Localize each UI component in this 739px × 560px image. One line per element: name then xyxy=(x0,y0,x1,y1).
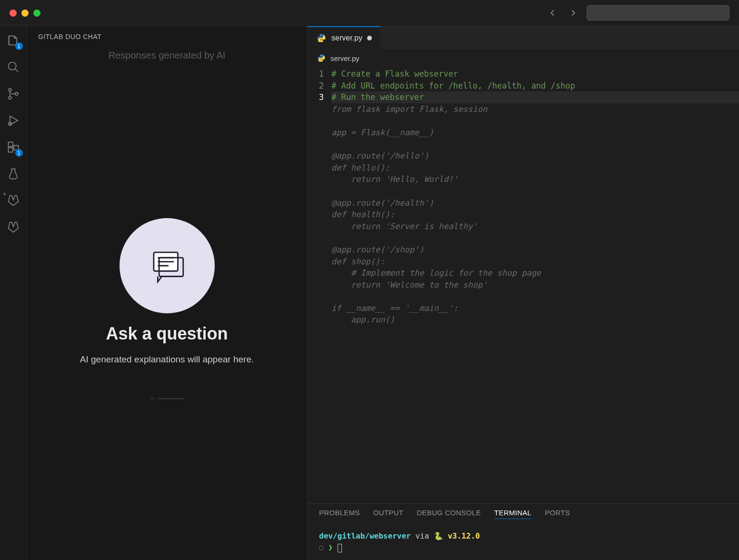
search-icon[interactable] xyxy=(5,59,22,76)
plus-icon: + xyxy=(3,190,7,198)
terminal-cursor xyxy=(338,544,342,552)
back-button[interactable] xyxy=(545,5,560,20)
python-env-icon: 🐍 xyxy=(434,531,448,540)
run-debug-icon[interactable] xyxy=(5,112,22,129)
svg-point-3 xyxy=(15,92,18,95)
panel-tab-problems[interactable]: PROBLEMS xyxy=(319,509,360,519)
svg-point-0 xyxy=(8,62,16,70)
python-file-icon xyxy=(316,33,327,43)
svg-point-12 xyxy=(320,55,321,56)
titlebar xyxy=(0,0,739,26)
explorer-icon[interactable]: 1 xyxy=(5,32,22,49)
svg-point-10 xyxy=(320,35,321,36)
gitlab-icon[interactable] xyxy=(5,219,22,236)
command-center-search[interactable] xyxy=(587,5,729,20)
breadcrumb[interactable]: server.py xyxy=(308,49,739,67)
line-gutter: 123 xyxy=(308,68,331,503)
testing-icon[interactable] xyxy=(5,165,22,182)
prompt-icon: ❯ xyxy=(328,543,333,552)
svg-point-2 xyxy=(9,96,11,99)
window-controls xyxy=(10,10,40,17)
tab-server-py[interactable]: server.py xyxy=(308,26,380,49)
chat-subtitle: Responses generated by AI xyxy=(27,43,307,61)
chat-description: AI generated explanations will appear he… xyxy=(80,354,254,365)
panel-tab-debug-console[interactable]: DEBUG CONSOLE xyxy=(417,509,481,519)
minimize-window-button[interactable] xyxy=(21,10,29,17)
explorer-badge: 1 xyxy=(15,42,23,50)
editor-tabs: server.py xyxy=(308,26,739,49)
python-file-icon xyxy=(316,53,327,63)
svg-point-11 xyxy=(322,40,323,41)
terminal-path: dev/gitlab/webserver xyxy=(319,531,411,540)
gitlab-duo-icon[interactable]: + xyxy=(5,192,22,209)
tab-label: server.py xyxy=(331,34,362,42)
gitlab-duo-chat-panel: GITLAB DUO CHAT Responses generated by A… xyxy=(27,26,308,560)
svg-rect-5 xyxy=(8,142,12,147)
svg-point-1 xyxy=(9,89,11,91)
close-window-button[interactable] xyxy=(10,10,17,17)
terminal[interactable]: dev/gitlab/webserver via 🐍 v3.12.0 ○ ❯ xyxy=(308,524,739,560)
dirty-indicator-icon xyxy=(367,36,372,40)
breadcrumb-file: server.py xyxy=(330,54,360,62)
panel-tab-terminal[interactable]: TERMINAL xyxy=(494,509,531,519)
chat-heading: Ask a question xyxy=(106,324,228,344)
bottom-panel: PROBLEMS OUTPUT DEBUG CONSOLE TERMINAL P… xyxy=(308,503,739,560)
forward-button[interactable] xyxy=(566,5,581,20)
svg-rect-6 xyxy=(8,148,12,152)
extensions-badge: 1 xyxy=(15,149,23,157)
panel-title: GITLAB DUO CHAT xyxy=(27,26,307,43)
panel-tab-ports[interactable]: PORTS xyxy=(545,509,570,519)
activity-bar: 1 1 + xyxy=(0,26,27,560)
extensions-icon[interactable]: 1 xyxy=(5,139,22,156)
python-version: v3.12.0 xyxy=(448,531,479,540)
source-control-icon[interactable] xyxy=(5,85,22,102)
chat-emblem xyxy=(120,218,215,313)
svg-point-13 xyxy=(322,60,323,61)
code-editor[interactable]: 123 # Create a Flask webserver# Add URL … xyxy=(308,67,739,503)
code-content[interactable]: # Create a Flask webserver# Add URL endp… xyxy=(331,68,739,503)
chat-progress: ○───── xyxy=(150,394,184,403)
panel-tab-output[interactable]: OUTPUT xyxy=(373,509,403,519)
maximize-window-button[interactable] xyxy=(33,10,40,17)
